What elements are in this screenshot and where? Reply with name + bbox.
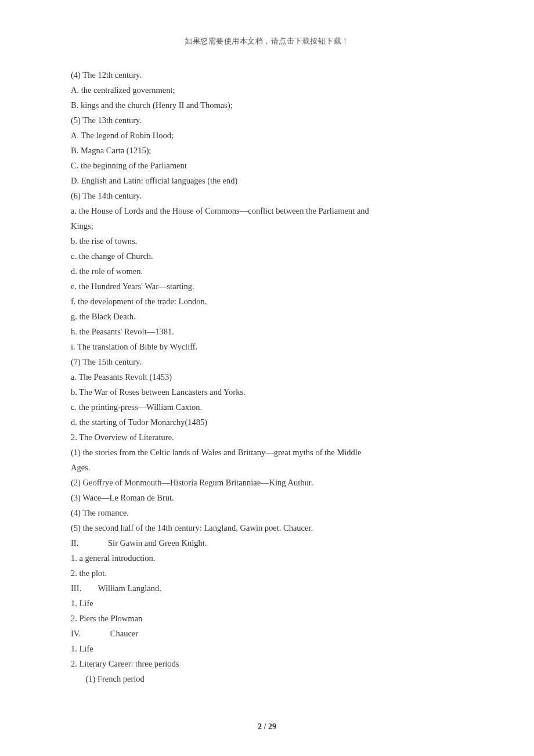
body-line: g. the Black Death. (71, 309, 476, 324)
body-line: 1. a general introduction. (71, 550, 476, 566)
body-line: (3) Wace—Le Roman de Brut. (71, 490, 476, 505)
body-line: Kings; (71, 218, 476, 233)
body-line: 2. The Overview of Literature. (71, 430, 476, 445)
body-line: d. the starting of Tudor Monarchy(1485) (71, 415, 476, 430)
body-line: a. The Peasants Revolt (1453) (71, 369, 476, 384)
body-line: c. the printing-press—William Caxton. (71, 399, 476, 415)
header-note: 如果您需要使用本文档，请点击下载按钮下载！ (0, 36, 534, 46)
page-sep: / (262, 722, 268, 731)
body-line: c. the change of Church. (71, 249, 476, 264)
body-line: A. the centralized government; (71, 82, 476, 98)
body-line: (1) French period (71, 671, 476, 686)
body-line: IV. Chaucer (71, 626, 476, 641)
body-line: A. The legend of Robin Hood; (71, 128, 476, 143)
body-line: 2. the plot. (71, 566, 476, 581)
body-line: h. the Peasants' Revolt—1381. (71, 324, 476, 339)
body-line: e. the Hundred Years' War—starting. (71, 279, 476, 294)
body-line: 2. Piers the Plowman (71, 611, 476, 626)
body-line: d. the role of women. (71, 264, 476, 279)
body-line: a. the House of Lords and the House of C… (71, 203, 476, 218)
document-body: (4) The 12th century. A. the centralized… (71, 67, 476, 686)
body-line: (2) Geoffrye of Monmouth—Historia Regum … (71, 475, 476, 490)
page-current: 2 (258, 722, 262, 731)
body-line: (5) The 13th century. (71, 113, 476, 128)
header-note-text: 如果您需要使用本文档，请点击下载按钮下载！ (185, 37, 349, 45)
body-line: B. Magna Carta (1215); (71, 143, 476, 158)
body-line: (5) the second half of the 14th century:… (71, 520, 476, 535)
page-total: 29 (268, 722, 276, 731)
body-line: b. The War of Roses between Lancasters a… (71, 384, 476, 399)
body-line: 1. Life (71, 596, 476, 611)
body-line: II. Sir Gawin and Green Knight. (71, 535, 476, 550)
page-number: 2 / 29 (0, 722, 534, 732)
body-line: III. William Langland. (71, 581, 476, 596)
body-line: b. the rise of towns. (71, 233, 476, 249)
body-line: (7) The 15th century. (71, 354, 476, 369)
body-line: (4) The romance. (71, 505, 476, 520)
body-line: f. the development of the trade: London. (71, 294, 476, 309)
body-line: (6) The 14th century. (71, 188, 476, 203)
body-line: i. The translation of Bible by Wycliff. (71, 339, 476, 354)
body-line: 2. Literary Career: three periods (71, 656, 476, 671)
body-line: D. English and Latin: official languages… (71, 173, 476, 188)
body-line: B. kings and the church (Henry II and Th… (71, 98, 476, 113)
body-line: Ages. (71, 460, 476, 475)
body-line: (4) The 12th century. (71, 67, 476, 82)
body-line: 1. Life (71, 641, 476, 656)
body-line: C. the beginning of the Parliament (71, 158, 476, 173)
body-line: (1) the stories from the Celtic lands of… (71, 445, 476, 460)
